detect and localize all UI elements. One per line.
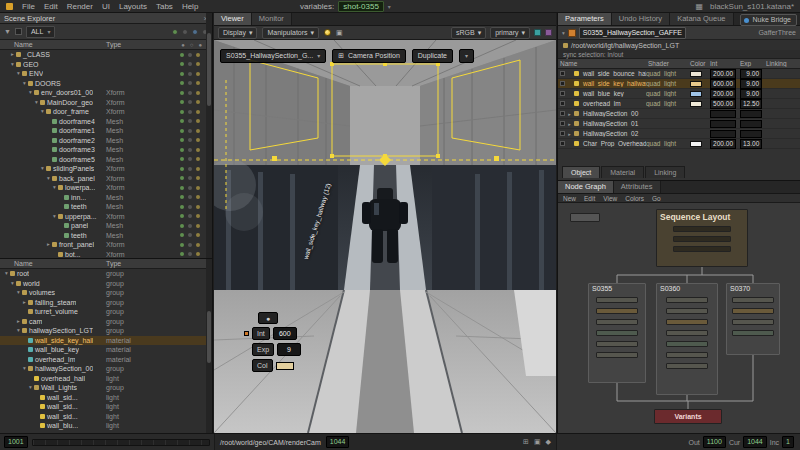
- graph-node[interactable]: [666, 352, 708, 358]
- visible-dot-icon[interactable]: [180, 100, 184, 104]
- column-name[interactable]: Name: [14, 40, 33, 50]
- render-dot-icon[interactable]: [188, 252, 192, 256]
- node-graph-tab[interactable]: Node Graph: [558, 181, 614, 193]
- gaffer-light-row[interactable]: ▸ HallwaySection_00: [558, 109, 800, 119]
- mute-checkbox[interactable]: [560, 111, 565, 116]
- exposure-value[interactable]: 12.50: [740, 99, 762, 109]
- viewer-tab[interactable]: Monitor: [252, 13, 292, 25]
- graph-node[interactable]: [666, 297, 708, 303]
- menu-item[interactable]: File: [22, 2, 35, 11]
- tree-row[interactable]: ▾ back_panel Xform: [0, 174, 206, 184]
- expander-icon[interactable]: ▾: [51, 183, 58, 193]
- flag-dot-icon[interactable]: [196, 205, 200, 209]
- expander-icon[interactable]: ▾: [27, 383, 34, 393]
- visible-dot-icon[interactable]: [180, 81, 184, 85]
- gaffer-light-row[interactable]: wall_side_key_hallway quad_light 600.00 …: [558, 79, 800, 89]
- tree-row[interactable]: bot... Xform: [0, 250, 206, 259]
- menu-item[interactable]: Help: [182, 2, 198, 11]
- expander-icon[interactable]: ▾: [51, 212, 58, 222]
- expander-icon[interactable]: ▾: [15, 69, 22, 79]
- flag-dot-icon[interactable]: [196, 224, 200, 228]
- flag-dot-icon[interactable]: [196, 129, 200, 133]
- render-dot-icon[interactable]: [188, 110, 192, 114]
- flag-dot-icon[interactable]: [196, 252, 200, 256]
- channel-icon[interactable]: [534, 29, 541, 36]
- scene-explorer-titlebar[interactable]: Scene Explorer ×: [0, 13, 212, 24]
- intensity-value[interactable]: 200.00: [710, 69, 736, 79]
- graph-node[interactable]: [666, 341, 708, 347]
- node-graph-menu-item[interactable]: Colors: [625, 194, 644, 202]
- intensity-value[interactable]: 600.00: [710, 79, 736, 89]
- col-shader[interactable]: Shader: [646, 60, 688, 67]
- expander-icon[interactable]: ▸: [567, 121, 572, 127]
- backdrop-node[interactable]: Sequence Layout: [656, 209, 748, 267]
- camera-position-button[interactable]: ⊞Camera Position: [332, 49, 406, 63]
- expand-icon[interactable]: ◆: [546, 438, 551, 446]
- exposure-field[interactable]: 9: [277, 343, 301, 356]
- menu-item[interactable]: Render: [67, 2, 93, 11]
- render-dot-icon[interactable]: [188, 157, 192, 161]
- mute-checkbox[interactable]: [560, 81, 565, 86]
- tree-row[interactable]: doorframe4 Mesh: [0, 117, 206, 127]
- tree-row[interactable]: wall_sid... light: [0, 402, 206, 412]
- render-dot-icon[interactable]: [188, 205, 192, 209]
- graph-node[interactable]: [732, 330, 774, 336]
- render-dot-icon[interactable]: [188, 100, 192, 104]
- gaffer-subtab[interactable]: Material: [601, 166, 644, 178]
- intensity-value[interactable]: [710, 130, 736, 138]
- gaffer-root-path[interactable]: /root/world/lgt/hallwaySection_LGT: [558, 40, 800, 50]
- flag-dot-icon[interactable]: [196, 91, 200, 95]
- visible-dot-icon[interactable]: [180, 53, 184, 57]
- gaffer-subtab[interactable]: Linking: [645, 166, 685, 178]
- viewer-tab[interactable]: Viewer: [214, 13, 252, 25]
- pin-toggle-icon[interactable]: [192, 29, 198, 35]
- visible-dot-icon[interactable]: [180, 233, 184, 237]
- frame-inc-field[interactable]: 1: [782, 436, 794, 448]
- tree-row[interactable]: ▾ door_frame Xform: [0, 107, 206, 117]
- display-dropdown[interactable]: Display▾: [218, 27, 257, 39]
- render-dot-icon[interactable]: [188, 214, 192, 218]
- menu-item[interactable]: Edit: [44, 2, 58, 11]
- tree-row[interactable]: turret_volume group: [0, 307, 206, 317]
- graph-node[interactable]: [666, 319, 708, 325]
- grid-view-icon[interactable]: ⊞: [523, 438, 529, 446]
- visible-dot-icon[interactable]: [180, 110, 184, 114]
- scrollbar[interactable]: [206, 259, 212, 433]
- color-swatch[interactable]: [276, 362, 294, 370]
- tree-row[interactable]: wall_blu... light: [0, 421, 206, 431]
- expander-icon[interactable]: ▾: [39, 107, 46, 117]
- render-dot-icon[interactable]: [188, 167, 192, 171]
- graph-node[interactable]: [673, 226, 731, 232]
- shot-group-node[interactable]: S0355: [588, 283, 646, 383]
- tree-row[interactable]: panel Mesh: [0, 221, 206, 231]
- tree-row[interactable]: teeth Mesh: [0, 202, 206, 212]
- tree-row[interactable]: wall_sid... light: [0, 393, 206, 403]
- tree-row[interactable]: wall_blue_key material: [0, 345, 206, 355]
- keyframe-icon[interactable]: [244, 331, 249, 336]
- render-dot-icon[interactable]: [188, 91, 192, 95]
- shot-variable-dropdown[interactable]: shot-0355: [338, 1, 384, 12]
- expander-icon[interactable]: ▸: [21, 298, 28, 308]
- col-color[interactable]: Color: [688, 60, 708, 67]
- column-name[interactable]: Name: [14, 259, 33, 269]
- mute-checkbox[interactable]: [560, 71, 565, 76]
- mute-checkbox[interactable]: [560, 101, 565, 106]
- render-dot-icon[interactable]: [188, 81, 192, 85]
- tree-row[interactable]: ▸ _CLASS: [0, 50, 206, 60]
- mute-checkbox[interactable]: [560, 121, 565, 126]
- expander-icon[interactable]: ▾: [27, 88, 34, 98]
- viewer-camera-path[interactable]: /root/world/geo/CAM/renderCam: [220, 439, 321, 446]
- expander-icon[interactable]: ▸: [567, 131, 572, 137]
- tree-row[interactable]: ▸ falling_steam group: [0, 298, 206, 308]
- graph-node[interactable]: [673, 246, 731, 252]
- expander-icon[interactable]: ▾: [39, 164, 46, 174]
- visible-dot-icon[interactable]: [180, 91, 184, 95]
- graph-node[interactable]: [596, 308, 638, 314]
- expander-icon[interactable]: ▾: [9, 279, 16, 289]
- graph-node[interactable]: [596, 330, 638, 336]
- render-dot-icon[interactable]: [188, 243, 192, 247]
- sync-selection-row[interactable]: sync selection: in/out: [558, 50, 800, 59]
- render-toggle-icon[interactable]: [172, 29, 178, 35]
- visible-dot-icon[interactable]: [180, 148, 184, 152]
- exposure-value[interactable]: [740, 120, 762, 128]
